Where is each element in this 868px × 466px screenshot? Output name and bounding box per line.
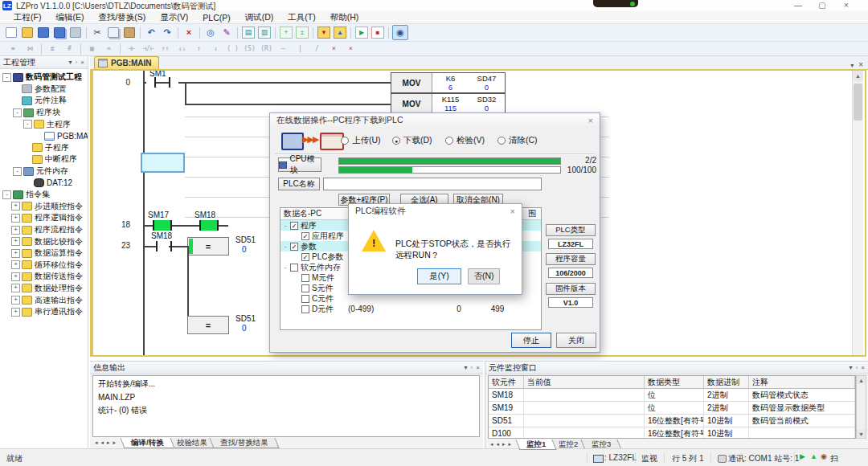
compare-block[interactable]: = <box>187 237 229 255</box>
delete-icon[interactable]: × <box>182 26 196 39</box>
tree-item-instr-logic[interactable]: +程序逻辑指令 <box>0 212 88 224</box>
editor-scrollbar[interactable]: ▲ <box>852 71 863 355</box>
table-row[interactable]: D元件(0-499)0499 <box>280 304 541 314</box>
plc-name-field[interactable] <box>323 178 542 190</box>
expander-icon[interactable]: + <box>11 202 20 211</box>
tree-item-pgb-main[interactable]: PGB:MAIN <box>0 130 88 142</box>
monitor-table[interactable]: 软元件 当前值 数据类型 数据进制 注释 SM18位2进制数码管模式状态 SM1… <box>488 375 856 439</box>
scroll-down-icon[interactable]: ▼ <box>857 430 866 438</box>
tab-pgb-main[interactable]: PGB:MAIN <box>94 56 159 69</box>
coil-icon[interactable]: ( ) <box>225 43 240 55</box>
pin-icon[interactable]: ◦ <box>75 59 77 66</box>
monitor-row[interactable]: D10016位整数[有符号]10进制 <box>489 427 855 439</box>
tab-list-icon[interactable]: ▾ <box>850 62 854 69</box>
delete-line-icon[interactable]: / <box>309 43 325 55</box>
tab-compile[interactable]: 编译/转换 <box>120 438 174 448</box>
ladder-tool-icon[interactable]: # <box>62 43 77 55</box>
tab-find-result[interactable]: 查找/替换结果 <box>209 438 279 448</box>
expander-icon[interactable]: + <box>11 272 20 281</box>
checkbox[interactable] <box>301 274 309 282</box>
menu-project[interactable]: 工程(F) <box>6 12 48 23</box>
checkbox[interactable]: ✓ <box>290 222 298 230</box>
ladder-tool-icon[interactable]: ⋈ <box>23 43 38 55</box>
menu-view[interactable]: 显示(V) <box>153 12 195 23</box>
ladder-tool-icon[interactable]: ▦ <box>84 43 100 55</box>
cut-icon[interactable]: ✂ <box>90 26 104 39</box>
check-program-icon[interactable]: + <box>279 26 293 39</box>
paste-icon[interactable] <box>122 26 137 39</box>
falling-edge-icon[interactable]: ↓↓ <box>174 43 190 55</box>
scrollbar-thumb[interactable] <box>854 84 862 121</box>
first-tab-icon[interactable]: ◂ <box>489 439 495 448</box>
expander-icon[interactable]: + <box>11 226 20 235</box>
compare-block[interactable]: = <box>187 316 229 334</box>
up-icon[interactable]: ↑ <box>191 43 207 55</box>
minimize-icon[interactable]: — <box>792 0 805 10</box>
checkbox[interactable]: ✓ <box>290 243 298 251</box>
monitor-row[interactable]: SM19位2进制数码管显示数据类型 <box>489 402 855 415</box>
copy-icon[interactable] <box>106 26 121 39</box>
menu-help[interactable]: 帮助(H) <box>323 12 366 23</box>
menu-debug[interactable]: 调试(D) <box>238 12 281 23</box>
print-icon[interactable] <box>68 26 83 39</box>
down-icon[interactable]: ↓ <box>208 43 223 55</box>
column-header[interactable]: 数据进制 <box>704 376 749 388</box>
expander-icon[interactable]: + <box>11 237 20 246</box>
stop-plc-icon[interactable]: ■ <box>371 26 385 39</box>
menu-tools[interactable]: 工具(T) <box>280 12 322 23</box>
save-icon[interactable] <box>36 26 51 39</box>
firmware-version-button[interactable]: 固件版本 <box>546 283 596 295</box>
plc-type-button[interactable]: PLC类型 <box>546 224 596 236</box>
expander-icon[interactable]: + <box>11 284 20 292</box>
radio-download[interactable]: ●下载(D) <box>392 135 432 146</box>
collapse-icon[interactable]: ▾ <box>849 364 852 371</box>
monitor-scrollbar[interactable]: ▲ ▼ <box>856 375 866 439</box>
last-tab-icon[interactable]: ▸ <box>507 439 514 448</box>
tree-item-instr-flow[interactable]: +程序流程指令 <box>0 224 88 236</box>
program-capacity-button[interactable]: 程序容量 <box>546 253 596 265</box>
checkbox[interactable] <box>301 295 309 303</box>
close-icon[interactable]: × <box>588 116 593 125</box>
expander-icon[interactable]: - <box>2 190 11 199</box>
checkbox[interactable] <box>301 284 309 292</box>
expander-icon[interactable]: - <box>13 108 22 117</box>
delete-col-icon[interactable]: × <box>343 43 358 55</box>
selected-cell[interactable] <box>141 153 185 173</box>
menu-plc[interactable]: PLC(P) <box>195 13 237 22</box>
tree-item-instr-serial[interactable]: +串行通讯指令 <box>0 306 88 318</box>
tree-item-dat-12[interactable]: DAT:12 <box>0 177 88 189</box>
vline-icon[interactable]: | <box>293 43 308 55</box>
monitor-mode-icon[interactable]: ◉ <box>392 25 408 40</box>
column-header[interactable]: 软元件 <box>489 376 524 388</box>
mov-instruction[interactable]: MOV K115115 SD320 <box>391 93 506 114</box>
expander-icon[interactable]: - <box>23 120 32 129</box>
tree-item-project-root[interactable]: -数码管测试工程 <box>0 72 88 84</box>
undo-icon[interactable]: ↶ <box>144 26 158 39</box>
column-header[interactable]: 当前值 <box>524 376 645 388</box>
tree-item-param-config[interactable]: 参数配置 <box>0 84 88 96</box>
scroll-up-icon[interactable]: ▲ <box>857 376 866 384</box>
ladder-view-icon[interactable]: ▤ <box>241 26 256 39</box>
ladder-tool-icon[interactable]: ≣ <box>45 43 60 55</box>
save-all-icon[interactable] <box>52 26 67 39</box>
reset-coil-icon[interactable]: (R) <box>259 43 274 55</box>
tree-item-instr-shift[interactable]: +循环移位指令 <box>0 260 88 272</box>
open-contact-icon[interactable]: ⊣⊢ <box>124 43 139 55</box>
expander-icon[interactable]: + <box>11 214 20 223</box>
close-button[interactable]: 关闭 <box>556 333 596 348</box>
radio-upload[interactable]: 上传(U) <box>341 135 381 146</box>
tab-monitor-1[interactable]: 监控1 <box>515 439 557 450</box>
expander-icon[interactable]: - <box>280 264 290 271</box>
ladder-tool-icon[interactable]: ≡ <box>6 43 21 55</box>
stop-button[interactable]: 停止 <box>511 333 551 348</box>
close-icon[interactable]: × <box>840 0 853 10</box>
tree-item-instr-step[interactable]: +步进顺控指令 <box>0 201 88 213</box>
tree-item-device-comment[interactable]: 元件注释 <box>0 95 88 107</box>
tree-item-interrupt-program[interactable]: 中断程序 <box>0 153 88 166</box>
expander-icon[interactable]: - <box>13 167 22 176</box>
zoom-find-icon[interactable]: ◎ <box>203 26 218 39</box>
check-all-icon[interactable]: ± <box>295 26 309 39</box>
instruction-view-icon[interactable]: ▥ <box>257 26 272 39</box>
pin-icon[interactable]: ◦ <box>470 364 473 371</box>
next-tab-icon[interactable]: ▸ <box>105 438 112 446</box>
